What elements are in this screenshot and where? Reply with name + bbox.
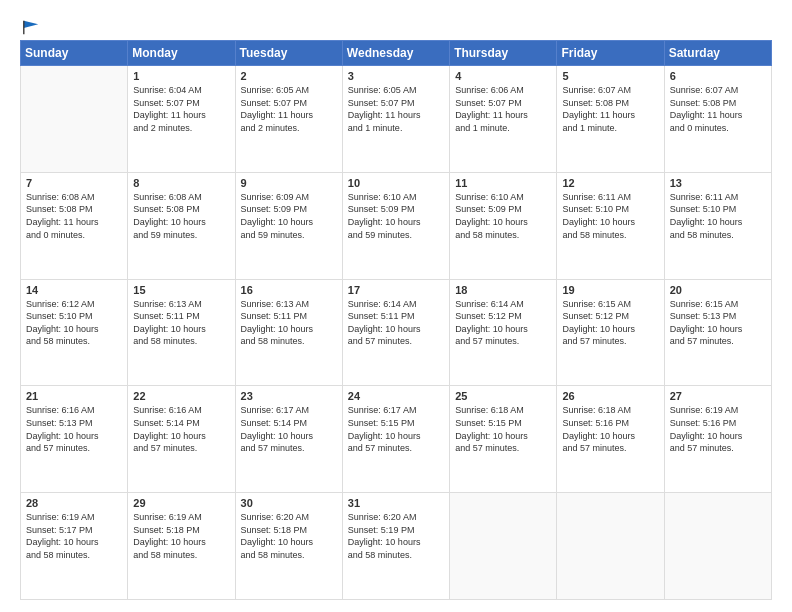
calendar-cell: 16Sunrise: 6:13 AM Sunset: 5:11 PM Dayli… [235, 279, 342, 386]
day-info: Sunrise: 6:05 AM Sunset: 5:07 PM Dayligh… [241, 84, 337, 134]
day-info: Sunrise: 6:14 AM Sunset: 5:11 PM Dayligh… [348, 298, 444, 348]
day-info: Sunrise: 6:09 AM Sunset: 5:09 PM Dayligh… [241, 191, 337, 241]
calendar-cell: 13Sunrise: 6:11 AM Sunset: 5:10 PM Dayli… [664, 172, 771, 279]
day-info: Sunrise: 6:08 AM Sunset: 5:08 PM Dayligh… [26, 191, 122, 241]
day-number: 7 [26, 177, 122, 189]
day-number: 16 [241, 284, 337, 296]
calendar-cell: 5Sunrise: 6:07 AM Sunset: 5:08 PM Daylig… [557, 66, 664, 173]
calendar-cell: 11Sunrise: 6:10 AM Sunset: 5:09 PM Dayli… [450, 172, 557, 279]
day-info: Sunrise: 6:13 AM Sunset: 5:11 PM Dayligh… [241, 298, 337, 348]
svg-marker-0 [24, 21, 38, 28]
calendar-cell: 2Sunrise: 6:05 AM Sunset: 5:07 PM Daylig… [235, 66, 342, 173]
day-info: Sunrise: 6:07 AM Sunset: 5:08 PM Dayligh… [562, 84, 658, 134]
day-info: Sunrise: 6:15 AM Sunset: 5:12 PM Dayligh… [562, 298, 658, 348]
day-number: 23 [241, 390, 337, 402]
day-number: 11 [455, 177, 551, 189]
calendar-cell: 31Sunrise: 6:20 AM Sunset: 5:19 PM Dayli… [342, 493, 449, 600]
day-info: Sunrise: 6:05 AM Sunset: 5:07 PM Dayligh… [348, 84, 444, 134]
calendar-cell: 7Sunrise: 6:08 AM Sunset: 5:08 PM Daylig… [21, 172, 128, 279]
calendar-cell: 30Sunrise: 6:20 AM Sunset: 5:18 PM Dayli… [235, 493, 342, 600]
day-number: 17 [348, 284, 444, 296]
day-info: Sunrise: 6:19 AM Sunset: 5:17 PM Dayligh… [26, 511, 122, 561]
calendar-cell: 25Sunrise: 6:18 AM Sunset: 5:15 PM Dayli… [450, 386, 557, 493]
day-number: 29 [133, 497, 229, 509]
calendar-header-saturday: Saturday [664, 41, 771, 66]
calendar-cell: 23Sunrise: 6:17 AM Sunset: 5:14 PM Dayli… [235, 386, 342, 493]
calendar-cell: 21Sunrise: 6:16 AM Sunset: 5:13 PM Dayli… [21, 386, 128, 493]
calendar-cell: 20Sunrise: 6:15 AM Sunset: 5:13 PM Dayli… [664, 279, 771, 386]
calendar-cell [664, 493, 771, 600]
day-info: Sunrise: 6:16 AM Sunset: 5:14 PM Dayligh… [133, 404, 229, 454]
calendar-cell: 9Sunrise: 6:09 AM Sunset: 5:09 PM Daylig… [235, 172, 342, 279]
calendar-cell: 8Sunrise: 6:08 AM Sunset: 5:08 PM Daylig… [128, 172, 235, 279]
day-info: Sunrise: 6:17 AM Sunset: 5:14 PM Dayligh… [241, 404, 337, 454]
day-number: 21 [26, 390, 122, 402]
day-number: 18 [455, 284, 551, 296]
page: SundayMondayTuesdayWednesdayThursdayFrid… [0, 0, 792, 612]
day-number: 8 [133, 177, 229, 189]
calendar-cell: 29Sunrise: 6:19 AM Sunset: 5:18 PM Dayli… [128, 493, 235, 600]
calendar-cell: 28Sunrise: 6:19 AM Sunset: 5:17 PM Dayli… [21, 493, 128, 600]
day-number: 28 [26, 497, 122, 509]
day-number: 24 [348, 390, 444, 402]
logo [20, 18, 40, 34]
calendar-cell: 12Sunrise: 6:11 AM Sunset: 5:10 PM Dayli… [557, 172, 664, 279]
calendar-cell: 4Sunrise: 6:06 AM Sunset: 5:07 PM Daylig… [450, 66, 557, 173]
calendar-week-row: 1Sunrise: 6:04 AM Sunset: 5:07 PM Daylig… [21, 66, 772, 173]
calendar-cell: 10Sunrise: 6:10 AM Sunset: 5:09 PM Dayli… [342, 172, 449, 279]
calendar-cell: 3Sunrise: 6:05 AM Sunset: 5:07 PM Daylig… [342, 66, 449, 173]
day-number: 13 [670, 177, 766, 189]
calendar-header-tuesday: Tuesday [235, 41, 342, 66]
calendar-cell: 18Sunrise: 6:14 AM Sunset: 5:12 PM Dayli… [450, 279, 557, 386]
day-number: 30 [241, 497, 337, 509]
calendar-header-row: SundayMondayTuesdayWednesdayThursdayFrid… [21, 41, 772, 66]
day-info: Sunrise: 6:15 AM Sunset: 5:13 PM Dayligh… [670, 298, 766, 348]
calendar-table: SundayMondayTuesdayWednesdayThursdayFrid… [20, 40, 772, 600]
day-info: Sunrise: 6:19 AM Sunset: 5:16 PM Dayligh… [670, 404, 766, 454]
calendar-week-row: 21Sunrise: 6:16 AM Sunset: 5:13 PM Dayli… [21, 386, 772, 493]
calendar-week-row: 14Sunrise: 6:12 AM Sunset: 5:10 PM Dayli… [21, 279, 772, 386]
calendar-cell: 6Sunrise: 6:07 AM Sunset: 5:08 PM Daylig… [664, 66, 771, 173]
day-number: 12 [562, 177, 658, 189]
calendar-cell: 27Sunrise: 6:19 AM Sunset: 5:16 PM Dayli… [664, 386, 771, 493]
calendar-header-sunday: Sunday [21, 41, 128, 66]
calendar-cell [557, 493, 664, 600]
day-info: Sunrise: 6:12 AM Sunset: 5:10 PM Dayligh… [26, 298, 122, 348]
day-number: 19 [562, 284, 658, 296]
calendar-header-monday: Monday [128, 41, 235, 66]
day-info: Sunrise: 6:10 AM Sunset: 5:09 PM Dayligh… [455, 191, 551, 241]
day-number: 31 [348, 497, 444, 509]
calendar-header-thursday: Thursday [450, 41, 557, 66]
calendar-header-wednesday: Wednesday [342, 41, 449, 66]
day-info: Sunrise: 6:10 AM Sunset: 5:09 PM Dayligh… [348, 191, 444, 241]
day-info: Sunrise: 6:18 AM Sunset: 5:16 PM Dayligh… [562, 404, 658, 454]
day-info: Sunrise: 6:07 AM Sunset: 5:08 PM Dayligh… [670, 84, 766, 134]
day-number: 2 [241, 70, 337, 82]
day-number: 26 [562, 390, 658, 402]
header [20, 18, 772, 34]
day-number: 22 [133, 390, 229, 402]
logo-flag-icon [22, 18, 40, 36]
day-info: Sunrise: 6:04 AM Sunset: 5:07 PM Dayligh… [133, 84, 229, 134]
calendar-week-row: 28Sunrise: 6:19 AM Sunset: 5:17 PM Dayli… [21, 493, 772, 600]
day-info: Sunrise: 6:11 AM Sunset: 5:10 PM Dayligh… [562, 191, 658, 241]
day-info: Sunrise: 6:18 AM Sunset: 5:15 PM Dayligh… [455, 404, 551, 454]
calendar-cell: 24Sunrise: 6:17 AM Sunset: 5:15 PM Dayli… [342, 386, 449, 493]
day-info: Sunrise: 6:13 AM Sunset: 5:11 PM Dayligh… [133, 298, 229, 348]
day-info: Sunrise: 6:06 AM Sunset: 5:07 PM Dayligh… [455, 84, 551, 134]
calendar-cell: 26Sunrise: 6:18 AM Sunset: 5:16 PM Dayli… [557, 386, 664, 493]
day-info: Sunrise: 6:14 AM Sunset: 5:12 PM Dayligh… [455, 298, 551, 348]
day-info: Sunrise: 6:19 AM Sunset: 5:18 PM Dayligh… [133, 511, 229, 561]
day-info: Sunrise: 6:17 AM Sunset: 5:15 PM Dayligh… [348, 404, 444, 454]
calendar-cell [450, 493, 557, 600]
day-number: 3 [348, 70, 444, 82]
calendar-cell: 15Sunrise: 6:13 AM Sunset: 5:11 PM Dayli… [128, 279, 235, 386]
day-number: 14 [26, 284, 122, 296]
day-number: 6 [670, 70, 766, 82]
calendar-cell: 14Sunrise: 6:12 AM Sunset: 5:10 PM Dayli… [21, 279, 128, 386]
day-info: Sunrise: 6:20 AM Sunset: 5:18 PM Dayligh… [241, 511, 337, 561]
day-info: Sunrise: 6:16 AM Sunset: 5:13 PM Dayligh… [26, 404, 122, 454]
day-number: 5 [562, 70, 658, 82]
calendar-header-friday: Friday [557, 41, 664, 66]
day-info: Sunrise: 6:08 AM Sunset: 5:08 PM Dayligh… [133, 191, 229, 241]
